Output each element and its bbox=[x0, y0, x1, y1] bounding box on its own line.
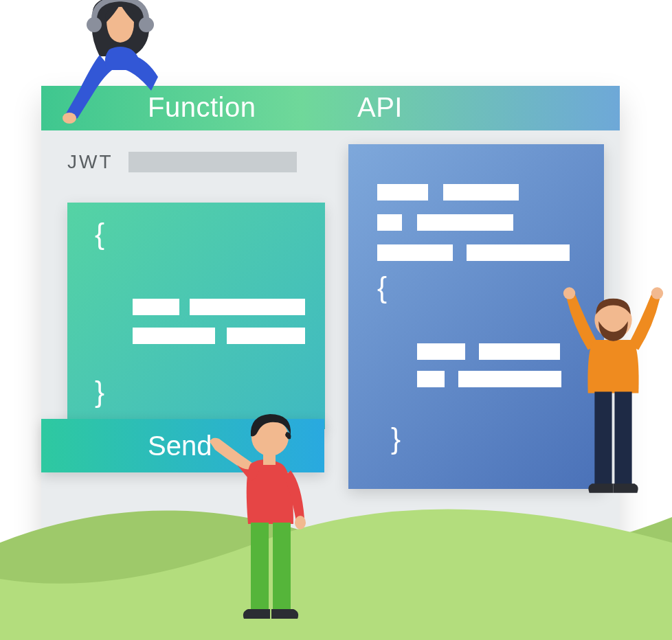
svg-point-1 bbox=[139, 17, 154, 32]
code-placeholder-bar bbox=[133, 328, 215, 344]
code-placeholder-bar bbox=[133, 299, 179, 315]
jwt-input[interactable] bbox=[128, 152, 297, 172]
code-placeholder-bar bbox=[443, 184, 519, 201]
code-placeholder-bar bbox=[377, 244, 453, 261]
svg-point-8 bbox=[295, 516, 306, 529]
code-placeholder-bar bbox=[458, 371, 561, 387]
svg-rect-13 bbox=[273, 523, 291, 610]
svg-point-3 bbox=[563, 287, 575, 299]
function-code-panel[interactable]: { } bbox=[67, 203, 325, 429]
code-placeholder-bar bbox=[479, 343, 560, 360]
code-placeholder-bar bbox=[417, 371, 445, 387]
code-placeholder-bar bbox=[377, 214, 402, 231]
hill-foreground bbox=[0, 475, 672, 640]
svg-rect-7 bbox=[614, 391, 631, 485]
jwt-row: JWT bbox=[67, 151, 297, 173]
code-placeholder-bar bbox=[227, 328, 305, 344]
code-placeholder-bar bbox=[467, 244, 570, 261]
svg-point-4 bbox=[651, 287, 663, 299]
svg-point-0 bbox=[87, 17, 102, 32]
code-placeholder-bar bbox=[377, 184, 428, 201]
tab-api[interactable]: API bbox=[357, 92, 403, 123]
jwt-label: JWT bbox=[67, 151, 113, 173]
brace-open-icon: { bbox=[377, 271, 387, 304]
code-placeholder-bar bbox=[417, 343, 465, 360]
person-illustration-middle bbox=[210, 402, 326, 628]
brace-close-icon: } bbox=[95, 376, 104, 409]
svg-rect-12 bbox=[251, 523, 269, 610]
svg-point-2 bbox=[63, 113, 76, 124]
brace-open-icon: { bbox=[95, 218, 104, 251]
person-illustration-top bbox=[52, 0, 196, 132]
code-placeholder-bar bbox=[417, 214, 513, 231]
code-placeholder-bar bbox=[190, 299, 305, 315]
svg-rect-6 bbox=[594, 391, 612, 485]
svg-point-11 bbox=[280, 436, 288, 444]
